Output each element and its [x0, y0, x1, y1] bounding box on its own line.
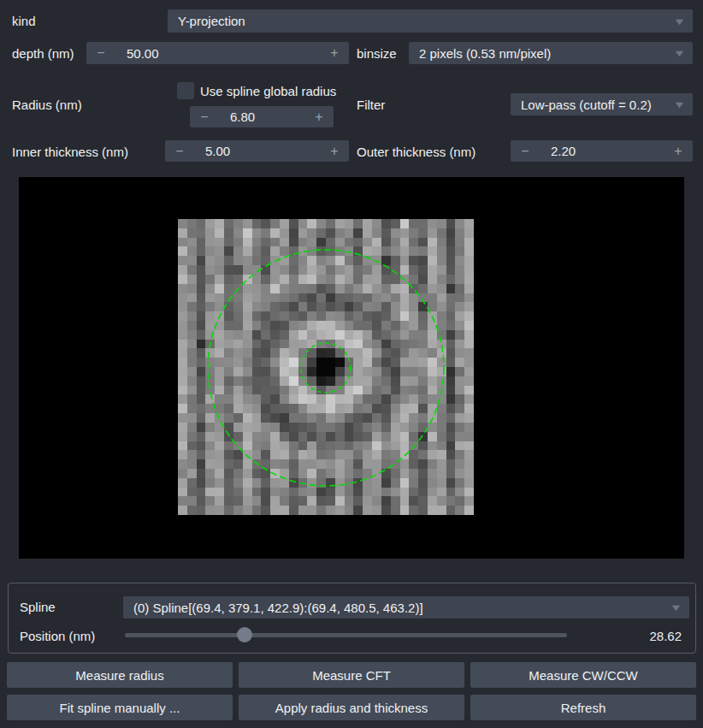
action-buttons: Measure radius Measure CFT Measure CW/CC…	[7, 662, 696, 720]
kind-label: kind	[12, 14, 36, 28]
depth-label: depth (nm)	[12, 46, 74, 61]
kind-select[interactable]: Y-projection ▼	[168, 9, 693, 33]
chevron-down-icon: ▼	[670, 602, 683, 613]
spline-select[interactable]: (0) Spline[(69.4, 379.1, 422.9):(69.4, 4…	[123, 596, 689, 619]
inner-thickness-value[interactable]: 5.00	[194, 144, 320, 158]
spline-groupbox: Spline (0) Spline[(69.4, 379.1, 422.9):(…	[8, 583, 696, 654]
fit-spline-manually-button[interactable]: Fit spline manually ...	[7, 695, 233, 720]
outer-thickness-spinbox[interactable]: − 2.20 +	[511, 140, 693, 162]
filter-selected-value: Low-pass (cutoff = 0.2)	[521, 98, 668, 112]
filter-label: Filter	[357, 98, 385, 112]
projection-viewer	[19, 177, 684, 559]
apply-radius-and-thickness-button[interactable]: Apply radius and thickness	[239, 695, 464, 720]
increment-icon[interactable]: +	[304, 110, 334, 124]
binsize-selected-value: 2 pixels (0.53 nm/pixel)	[419, 46, 668, 61]
projection-image	[178, 219, 474, 515]
radius-label: Radius (nm)	[12, 98, 82, 112]
refresh-button[interactable]: Refresh	[470, 695, 696, 720]
inner-thickness-label: Inner thickness (nm)	[12, 145, 128, 159]
radius-value[interactable]: 6.80	[219, 109, 304, 124]
spline-slicer-panel: kind Y-projection ▼ depth (nm) − 50.00 +…	[0, 0, 703, 728]
use-spline-global-radius-checkbox[interactable]	[177, 82, 194, 99]
binsize-label: binsize	[357, 46, 397, 61]
position-slider[interactable]	[125, 627, 567, 642]
slider-track[interactable]	[125, 633, 567, 637]
decrement-icon[interactable]: −	[165, 145, 194, 158]
kind-selected-value: Y-projection	[178, 14, 668, 28]
outer-thickness-label: Outer thickness (nm)	[357, 145, 476, 159]
chevron-down-icon: ▼	[673, 99, 687, 109]
radius-spinbox[interactable]: − 6.80 +	[190, 106, 334, 127]
spline-selected-value: (0) Spline[(69.4, 379.1, 422.9):(69.4, 4…	[133, 601, 665, 615]
chevron-down-icon: ▼	[673, 48, 687, 58]
spline-label: Spline	[20, 600, 56, 614]
decrement-icon[interactable]: −	[86, 46, 115, 60]
decrement-icon[interactable]: −	[511, 145, 540, 158]
decrement-icon[interactable]: −	[190, 110, 219, 124]
measure-cw-ccw-button[interactable]: Measure CW/CCW	[470, 662, 696, 688]
depth-spinbox[interactable]: − 50.00 +	[86, 42, 349, 64]
increment-icon[interactable]: +	[320, 46, 349, 60]
depth-value[interactable]: 50.00	[115, 46, 320, 61]
chevron-down-icon: ▼	[673, 16, 687, 27]
use-spline-global-radius-label: Use spline global radius	[200, 84, 336, 98]
measure-cft-button[interactable]: Measure CFT	[239, 662, 464, 688]
increment-icon[interactable]: +	[320, 145, 349, 158]
position-value: 28.62	[649, 629, 682, 643]
outer-thickness-value[interactable]: 2.20	[540, 144, 664, 158]
position-label: Position (nm)	[20, 629, 95, 643]
binsize-select[interactable]: 2 pixels (0.53 nm/pixel) ▼	[409, 42, 693, 64]
measure-radius-button[interactable]: Measure radius	[7, 662, 233, 688]
increment-icon[interactable]: +	[664, 145, 693, 158]
position-slider-handle[interactable]	[237, 627, 252, 642]
filter-select[interactable]: Low-pass (cutoff = 0.2) ▼	[511, 93, 693, 115]
inner-thickness-spinbox[interactable]: − 5.00 +	[165, 140, 349, 162]
